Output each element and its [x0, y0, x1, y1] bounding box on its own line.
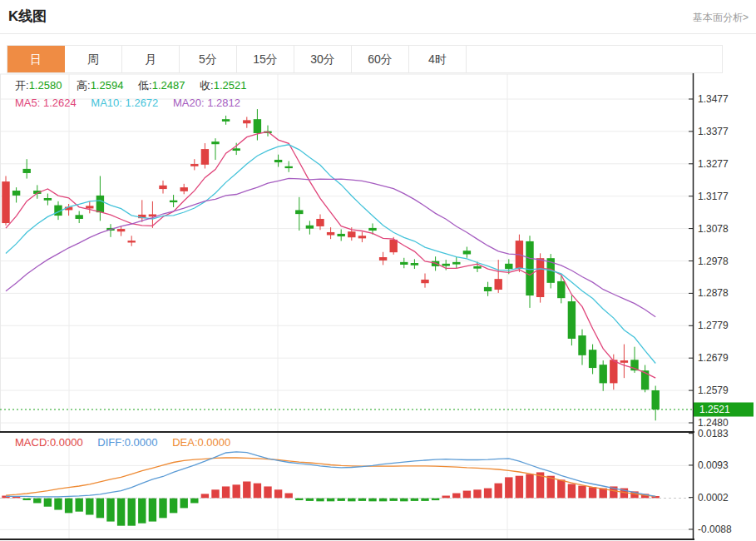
- interval-tabbar: 日 周 月 5分 15分 30分 60分 4时: [7, 45, 723, 73]
- gridlines: [0, 74, 693, 539]
- svg-text:0.0183: 0.0183: [698, 428, 729, 439]
- ma10-value: 1.2672: [126, 97, 159, 109]
- macd-axis-labels: 0.01830.00930.0002-0.0088: [689, 428, 732, 535]
- svg-text:-0.0088: -0.0088: [698, 524, 732, 535]
- ma20-value: 1.2812: [207, 97, 240, 109]
- fundamental-analysis-link[interactable]: 基本面分析>: [693, 11, 749, 25]
- svg-text:1.2779: 1.2779: [698, 320, 729, 331]
- ma5-legend: MA5: 1.2624: [15, 97, 77, 109]
- dea-value: 0.0000: [198, 436, 231, 449]
- ma20-label: MA20:: [173, 97, 205, 109]
- svg-text:1.2579: 1.2579: [698, 385, 729, 396]
- macd-value-legend: MACD:0.0000: [15, 436, 83, 449]
- kline-page: { "header": { "title": "K线图", "link": "基…: [0, 0, 756, 541]
- tab-30min[interactable]: 30分: [294, 46, 352, 72]
- header-divider: [0, 33, 756, 34]
- tab-60min[interactable]: 60分: [352, 46, 409, 72]
- ma20-legend: MA20: 1.2812: [173, 97, 240, 109]
- svg-text:1.3477: 1.3477: [698, 93, 729, 105]
- macd-legend: MACD:0.0000 DIFF:0.0000 DEA:0.0000: [15, 436, 242, 449]
- ma10-line: [6, 145, 655, 364]
- svg-text:1.2521: 1.2521: [699, 404, 730, 415]
- diff-value: 0.0000: [125, 436, 158, 449]
- ma5-line: [6, 132, 655, 378]
- svg-text:1.3377: 1.3377: [698, 126, 729, 137]
- panel-borders: [0, 73, 694, 539]
- close-label: 收:: [200, 79, 214, 92]
- tab-week[interactable]: 周: [65, 46, 122, 72]
- ma10-legend: MA10: 1.2672: [91, 97, 158, 109]
- macd-value: 0.0000: [50, 436, 83, 449]
- page-title: K线图: [8, 7, 47, 26]
- high-label: 高:: [77, 79, 91, 92]
- ohlc-readout: 开:1.2580 高:1.2594 低:1.2487 收:1.2521: [15, 78, 258, 93]
- ma10-label: MA10:: [91, 97, 122, 109]
- open-label: 开:: [15, 79, 29, 92]
- dea-value-legend: DEA:0.0000: [172, 436, 230, 449]
- svg-text:1.2679: 1.2679: [698, 352, 729, 364]
- diff-label: DIFF:: [97, 436, 125, 449]
- ma5-value: 1.2624: [43, 97, 77, 109]
- price-axis-labels: 1.34771.33771.32771.31771.30781.29781.28…: [689, 93, 729, 429]
- svg-text:1.3277: 1.3277: [698, 158, 729, 170]
- svg-text:0.0093: 0.0093: [698, 459, 729, 471]
- tab-day[interactable]: 日: [7, 46, 65, 72]
- low-value: 1.2487: [152, 79, 185, 92]
- current-price-tag: 1.2521: [694, 403, 754, 417]
- tabbar-filler: [467, 46, 722, 72]
- ma5-label: MA5:: [15, 97, 40, 109]
- tab-15min[interactable]: 15分: [237, 46, 294, 72]
- svg-text:0.0002: 0.0002: [698, 492, 729, 504]
- tab-4hour[interactable]: 4时: [409, 46, 467, 72]
- svg-text:1.2978: 1.2978: [698, 256, 729, 267]
- close-value: 1.2521: [214, 79, 247, 92]
- macd-label: MACD:: [15, 436, 50, 449]
- open-value: 1.2580: [29, 79, 62, 92]
- high-value: 1.2594: [91, 79, 124, 92]
- tab-month[interactable]: 月: [122, 46, 180, 72]
- svg-text:1.3078: 1.3078: [698, 223, 729, 235]
- ma-legend: MA5: 1.2624 MA10: 1.2672 MA20: 1.2812: [15, 97, 252, 109]
- tab-5min[interactable]: 5分: [180, 46, 237, 72]
- diff-value-legend: DIFF:0.0000: [97, 436, 157, 449]
- low-label: 低:: [138, 79, 152, 92]
- dea-label: DEA:: [172, 436, 197, 449]
- svg-text:1.2878: 1.2878: [698, 287, 729, 299]
- svg-text:1.3177: 1.3177: [698, 191, 729, 202]
